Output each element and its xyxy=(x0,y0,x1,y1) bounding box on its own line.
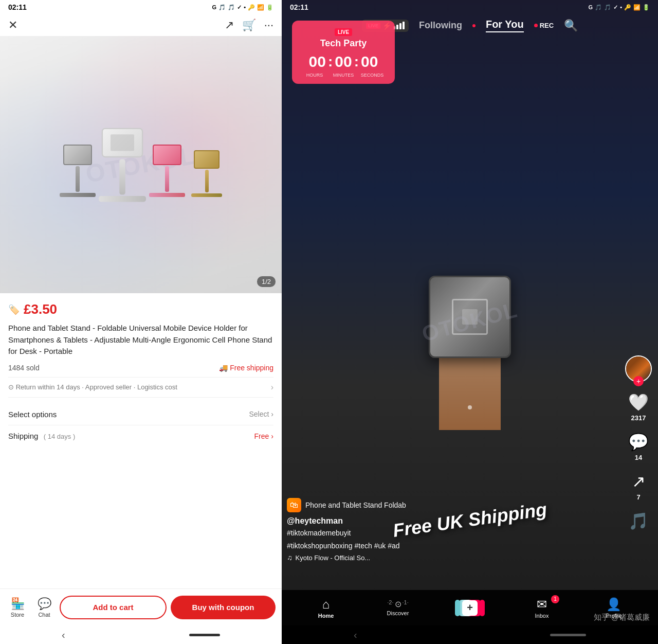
shipping-label: Shipping xyxy=(8,432,38,440)
inbox-label: Inbox xyxy=(535,613,549,619)
seconds-label: SECONDS xyxy=(358,73,387,78)
countdown-labels: HOURS MINUTES SECONDS xyxy=(300,73,387,78)
create-nav-item[interactable]: + xyxy=(454,600,485,616)
product-info: 🏷️ £3.50 Phone and Tablet Stand - Foldab… xyxy=(0,293,282,588)
heart-icon: 🤍 xyxy=(628,392,649,412)
hashtags-line1[interactable]: #tiktokmademebuyit xyxy=(287,528,617,539)
follow-plus-badge[interactable]: + xyxy=(633,376,644,386)
tiktok-logo-button[interactable]: 🎵 xyxy=(628,511,649,531)
shipping-row[interactable]: Shipping ( 14 days ) Free › xyxy=(8,425,273,447)
product-name-overlay: Phone and Tablet Stand Foldab xyxy=(305,501,406,509)
music-row[interactable]: ♫ Kyoto Flow - Official So... xyxy=(287,553,617,562)
options-arrow-icon: › xyxy=(271,410,273,418)
status-bar-right: 02:11 G 🎵 🎵 ✓ • 🔑 📶 🔋 xyxy=(282,0,658,14)
g-icon-right: G xyxy=(589,4,593,10)
for-you-tab[interactable]: For You xyxy=(486,19,524,32)
tiktok-icon1: 🎵 xyxy=(218,4,226,11)
like-button[interactable]: 🤍 2317 xyxy=(628,392,649,422)
product-title: Phone and Tablet Stand - Foldable Univer… xyxy=(8,323,273,357)
comment-icon: 💬 xyxy=(628,432,649,452)
status-icons-left: G 🎵 🎵 ✓ • 🔑 📶 🔋 xyxy=(212,4,273,11)
home-pill-left xyxy=(189,634,220,636)
return-icon: ⊙ xyxy=(8,383,14,391)
hours-display: 00 xyxy=(309,53,326,70)
following-dot xyxy=(472,24,476,27)
key-icon: 🔑 xyxy=(248,4,255,11)
search-icon-nav[interactable]: 🔍 xyxy=(564,19,578,32)
tiktok-icon2: 🎵 xyxy=(228,4,235,11)
dot-r: • xyxy=(620,4,622,10)
check-r: ✓ xyxy=(613,4,618,11)
status-time-left: 02:11 xyxy=(8,3,27,11)
discover-label: Discover xyxy=(387,610,409,616)
colon-2: : xyxy=(354,53,359,70)
options-select[interactable]: Select › xyxy=(249,410,273,418)
sold-shipping-row: 1484 sold 🚚 Free shipping xyxy=(8,364,273,372)
live-countdown: LIVE Tech Party 00 : 00 : 00 HOURS MINUT… xyxy=(292,21,395,84)
discover-icons: ·2· ⊙ ·1· xyxy=(387,599,408,609)
share-button[interactable]: ↗ xyxy=(225,19,234,32)
image-counter: 1/2 xyxy=(257,276,276,287)
options-label: Select options xyxy=(8,410,57,419)
signal-bar-2 xyxy=(396,25,398,29)
shipping-cost[interactable]: Free › xyxy=(254,432,273,440)
store-button[interactable]: 🏪 Store xyxy=(6,597,29,618)
check-icon: ✓ xyxy=(237,4,242,11)
shipping-icon: 🚚 xyxy=(219,364,228,372)
share-count: 7 xyxy=(636,493,640,501)
dot-icon: • xyxy=(244,4,246,10)
discover-nav-item[interactable]: ·2· ⊙ ·1· Discover xyxy=(382,599,413,616)
wifi-r: 📶 xyxy=(633,4,641,11)
product-image-bg: OTOKOL xyxy=(0,36,282,293)
back-arrow-right[interactable]: ‹ xyxy=(354,629,357,641)
plus-icon: + xyxy=(462,600,478,616)
live-countdown-badge: LIVE xyxy=(335,28,352,36)
creator-avatar-container: + xyxy=(625,355,652,382)
inbox-nav-item[interactable]: ✉ 1 Inbox xyxy=(526,597,557,619)
following-tab[interactable]: Following xyxy=(419,20,462,31)
chat-label: Chat xyxy=(38,612,50,618)
stand-illustration xyxy=(39,112,243,218)
like-count: 2317 xyxy=(631,414,646,422)
left-panel: 02:11 G 🎵 🎵 ✓ • 🔑 📶 🔋 ✕ ↗ 🛒 ··· xyxy=(0,0,282,644)
store-icon: 🏪 xyxy=(11,597,25,611)
more-button[interactable]: ··· xyxy=(264,19,273,32)
minutes-label: MINUTES xyxy=(329,73,358,78)
battery-r: 🔋 xyxy=(643,4,650,11)
home-nav-item[interactable]: ⌂ Home xyxy=(310,597,341,619)
countdown-display: 00 : 00 : 00 xyxy=(300,53,387,70)
tiktok-logo-icon: 🎵 xyxy=(628,511,649,531)
status-bar-left: 02:11 G 🎵 🎵 ✓ • 🔑 📶 🔋 xyxy=(0,0,282,14)
tiktok-r1: 🎵 xyxy=(595,4,602,11)
creator-handle[interactable]: @heytechman xyxy=(287,516,617,526)
profile-icon: 👤 xyxy=(606,597,622,612)
close-button[interactable]: ✕ xyxy=(8,19,17,32)
sold-count: 1484 sold xyxy=(8,364,40,372)
return-row[interactable]: ⊙ Return within 14 days · Approved selle… xyxy=(8,377,273,398)
shop-badge-row[interactable]: 🛍 Phone and Tablet Stand Foldab xyxy=(287,498,617,512)
comment-count: 14 xyxy=(635,454,642,461)
back-arrow-left[interactable]: ‹ xyxy=(62,629,65,641)
video-area[interactable]: OTOKOL Free UK Shipping 02:11 G 🎵 🎵 ✓ • … xyxy=(282,0,658,644)
shop-icon: 🛍 xyxy=(287,498,301,512)
share-button-right[interactable]: ↗ 7 xyxy=(632,472,646,501)
options-row[interactable]: Select options Select › xyxy=(8,404,273,425)
chat-button[interactable]: 💬 Chat xyxy=(33,597,56,618)
signal-bar-3 xyxy=(399,23,401,29)
buy-with-coupon-button[interactable]: Buy with coupon xyxy=(171,596,276,619)
hashtags-line2[interactable]: #tiktokshopunboxing #tech #uk #ad xyxy=(287,541,617,551)
cart-button[interactable]: 🛒 xyxy=(242,19,256,32)
music-title: Kyoto Flow - Official So... xyxy=(296,554,371,562)
product-image-container: OTOKOL 1/2 xyxy=(0,36,282,293)
create-button[interactable]: + xyxy=(458,600,482,616)
zhihu-watermark: 知乎 @诸葛威廉 xyxy=(594,613,650,622)
status-time-right: 02:11 xyxy=(290,3,308,11)
add-to-cart-button[interactable]: Add to cart xyxy=(60,596,167,619)
price-row: 🏷️ £3.50 xyxy=(8,301,273,317)
comment-button[interactable]: 💬 14 xyxy=(628,432,649,461)
signal-bars xyxy=(393,22,405,29)
seconds-display: 00 xyxy=(361,53,378,70)
battery-icon: 🔋 xyxy=(266,4,273,11)
shipping-days: ( 14 days ) xyxy=(44,433,75,440)
key-r: 🔑 xyxy=(624,4,631,11)
